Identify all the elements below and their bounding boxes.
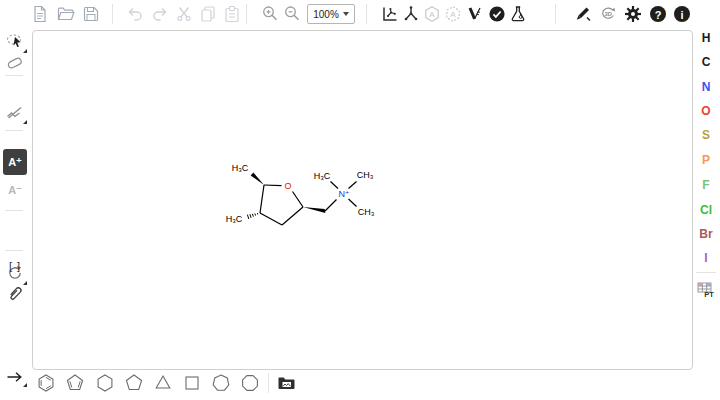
zoom-in-icon <box>260 4 280 24</box>
sidebar-separator <box>5 75 23 76</box>
clean-up-button[interactable] <box>401 4 421 24</box>
aromatize-button[interactable]: A <box>422 4 442 24</box>
undo-button[interactable] <box>125 4 145 24</box>
toolbar-separator <box>366 4 367 24</box>
atom-button-s[interactable]: S <box>694 125 718 145</box>
info-icon: i <box>672 4 692 24</box>
chain-tool[interactable] <box>3 104 27 126</box>
check-structure-button[interactable] <box>487 4 507 24</box>
dearomatize-letter: A <box>450 10 456 19</box>
help-icon: ? <box>648 4 668 24</box>
undo-icon <box>125 4 145 24</box>
template-cyclooctane[interactable] <box>238 371 262 395</box>
charge-plus-label: A⁺ <box>8 156 22 169</box>
cyclopentadiene-icon <box>65 373 85 393</box>
zoom-in-button[interactable] <box>260 4 280 24</box>
sketch-pen-button[interactable] <box>573 4 593 24</box>
oxygen-atom[interactable]: O <box>284 181 291 191</box>
template-cyclohexane[interactable] <box>93 371 117 395</box>
open-button[interactable] <box>56 4 76 24</box>
settings-button[interactable] <box>623 4 643 24</box>
atom-button-cl[interactable]: Cl <box>694 200 718 220</box>
redo-button[interactable] <box>150 4 170 24</box>
analyse-structure-button[interactable] <box>508 4 528 24</box>
toolbar-separator <box>246 4 247 24</box>
nitrogen-atom[interactable]: N⁺ <box>338 189 349 199</box>
pen-icon <box>573 4 593 24</box>
cyclooctane-icon <box>240 373 260 393</box>
cyclopropane-icon <box>153 373 173 393</box>
3d-viewer-button[interactable]: 3D <box>598 4 618 24</box>
atom-symbol: P <box>702 153 710 167</box>
attach-tool[interactable] <box>3 280 27 306</box>
n-methyl-left[interactable]: H₃C <box>314 171 331 181</box>
atom-button-p[interactable]: P <box>694 150 718 170</box>
atom-symbol: F <box>702 178 709 192</box>
dearomatize-button[interactable]: A <box>443 4 463 24</box>
help-button[interactable]: ? <box>648 4 668 24</box>
template-benzene[interactable] <box>34 371 58 395</box>
periodic-table-button[interactable]: PT <box>696 280 718 302</box>
cut-button[interactable] <box>174 4 194 24</box>
template-cyclopropane[interactable] <box>151 371 175 395</box>
cyclohexane-icon <box>95 373 115 393</box>
n-methyl-bottom[interactable]: CH₃ <box>358 207 375 217</box>
charge-minus-label: A⁻ <box>8 184 22 197</box>
reaction-arrow-tool[interactable] <box>3 367 27 387</box>
top-toolbar: 100% A A <box>0 0 720 28</box>
atom-button-c[interactable]: C <box>694 52 718 72</box>
calculate-cip-button[interactable] <box>465 4 485 24</box>
new-document-button[interactable] <box>30 4 50 24</box>
paste-clipboard-icon <box>222 4 242 24</box>
charge-plus-tool[interactable]: A⁺ <box>3 149 27 175</box>
cycloheptane-icon <box>211 373 231 393</box>
atom-symbol: C <box>702 55 711 69</box>
zoom-out-button[interactable] <box>282 4 302 24</box>
atom-button-i[interactable]: I <box>694 248 718 268</box>
erase-tool[interactable] <box>3 52 27 74</box>
atom-symbol: Cl <box>700 203 712 217</box>
methyl-ring-top[interactable]: H₃C <box>232 163 249 173</box>
gear-icon <box>623 4 643 24</box>
benzene-icon <box>36 373 56 393</box>
template-library-button[interactable] <box>276 373 298 393</box>
new-document-icon <box>30 4 50 24</box>
info-glyph: i <box>680 9 683 21</box>
charge-minus-tool[interactable]: A⁻ <box>3 179 27 201</box>
atom-button-br[interactable]: Br <box>694 224 718 244</box>
zoom-level-dropdown[interactable]: 100% <box>307 4 355 24</box>
dearomatize-icon: A <box>443 4 463 24</box>
template-cyclobutane[interactable] <box>180 371 204 395</box>
atom-symbol: Br <box>699 227 712 241</box>
methyl-ring-left[interactable]: H₃C <box>226 214 243 224</box>
layout-button[interactable] <box>380 4 400 24</box>
about-button[interactable]: i <box>672 4 692 24</box>
open-folder-icon <box>56 4 76 24</box>
pt-label: PT <box>704 290 714 299</box>
atom-button-o[interactable]: O <box>694 101 718 121</box>
template-cyclopentadiene[interactable] <box>63 371 87 395</box>
3d-rotate-icon: 3D <box>598 4 618 24</box>
select-lasso-tool[interactable] <box>3 31 27 53</box>
save-button[interactable] <box>81 4 101 24</box>
sidebar-separator <box>5 130 23 131</box>
template-cycloheptane[interactable] <box>209 371 233 395</box>
cut-scissors-icon <box>174 4 194 24</box>
atom-button-f[interactable]: F <box>694 175 718 195</box>
aromatize-icon: A <box>422 4 442 24</box>
template-library-icon <box>276 373 298 393</box>
atom-button-h[interactable]: H <box>694 28 718 48</box>
atom-button-n[interactable]: N <box>694 77 718 97</box>
n-methyl-right[interactable]: CH₃ <box>357 170 374 180</box>
copy-button[interactable] <box>198 4 218 24</box>
sgroup-tool[interactable]: [ ] <box>3 255 27 277</box>
sidebar-separator <box>5 210 23 211</box>
atom-symbol: S <box>702 128 710 142</box>
eraser-icon <box>5 53 25 73</box>
paste-button[interactable] <box>222 4 242 24</box>
drawing-canvas[interactable]: O N⁺ H₃C H₃C H₃C CH₃ CH₃ <box>32 30 693 370</box>
atom-symbol: O <box>701 104 710 118</box>
hash-wedge-bond[interactable] <box>247 213 257 219</box>
template-cyclopentane[interactable] <box>122 371 146 395</box>
molecule-structure[interactable]: O N⁺ H₃C H₃C H₃C CH₃ CH₃ <box>33 31 692 369</box>
